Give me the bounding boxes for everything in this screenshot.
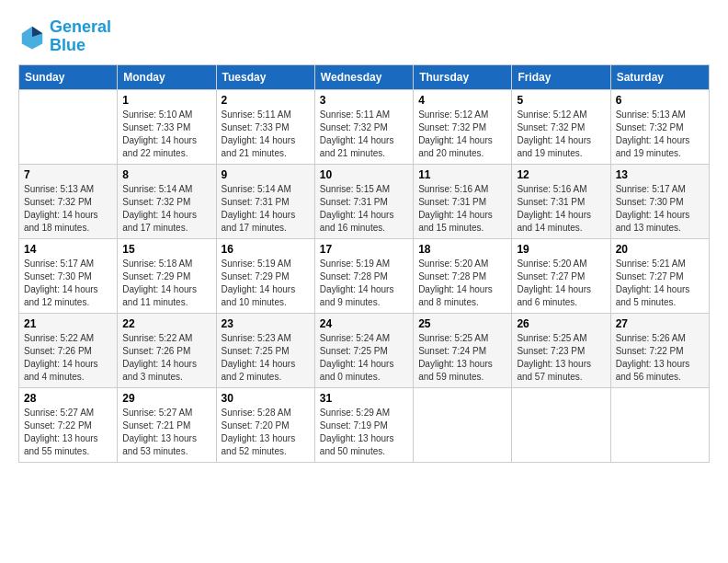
calendar-cell: 20Sunrise: 5:21 AMSunset: 7:27 PMDayligh… bbox=[610, 238, 709, 313]
day-number: 17 bbox=[320, 243, 408, 256]
day-info: Sunrise: 5:27 AMSunset: 7:22 PMDaylight:… bbox=[24, 407, 112, 458]
day-number: 4 bbox=[418, 94, 506, 107]
day-info: Sunrise: 5:13 AMSunset: 7:32 PMDaylight:… bbox=[24, 183, 112, 235]
calendar-cell: 24Sunrise: 5:24 AMSunset: 7:25 PMDayligh… bbox=[314, 313, 413, 387]
day-info: Sunrise: 5:26 AMSunset: 7:22 PMDaylight:… bbox=[616, 332, 704, 384]
calendar-cell: 25Sunrise: 5:25 AMSunset: 7:24 PMDayligh… bbox=[414, 313, 512, 387]
day-info: Sunrise: 5:10 AMSunset: 7:33 PMDaylight:… bbox=[122, 109, 210, 160]
day-info: Sunrise: 5:25 AMSunset: 7:23 PMDaylight:… bbox=[517, 332, 605, 384]
day-info: Sunrise: 5:11 AMSunset: 7:33 PMDaylight:… bbox=[222, 109, 310, 160]
day-number: 31 bbox=[320, 392, 408, 405]
day-info: Sunrise: 5:22 AMSunset: 7:26 PMDaylight:… bbox=[24, 332, 112, 384]
calendar-cell: 10Sunrise: 5:15 AMSunset: 7:31 PMDayligh… bbox=[314, 164, 413, 238]
day-number: 8 bbox=[122, 168, 210, 181]
day-number: 3 bbox=[320, 94, 408, 107]
day-number: 19 bbox=[517, 243, 605, 256]
day-number: 21 bbox=[24, 317, 112, 330]
calendar-cell bbox=[512, 387, 610, 462]
col-header-tuesday: Tuesday bbox=[216, 64, 314, 89]
day-info: Sunrise: 5:27 AMSunset: 7:21 PMDaylight:… bbox=[122, 407, 210, 458]
logo-text: General Blue bbox=[50, 18, 111, 55]
col-header-wednesday: Wednesday bbox=[314, 64, 413, 89]
day-number: 12 bbox=[517, 168, 605, 181]
day-info: Sunrise: 5:11 AMSunset: 7:32 PMDaylight:… bbox=[320, 109, 408, 160]
day-number: 13 bbox=[616, 168, 704, 181]
day-number: 6 bbox=[616, 94, 704, 107]
day-info: Sunrise: 5:13 AMSunset: 7:32 PMDaylight:… bbox=[616, 109, 704, 160]
day-number: 22 bbox=[122, 317, 210, 330]
day-info: Sunrise: 5:20 AMSunset: 7:27 PMDaylight:… bbox=[517, 258, 605, 309]
calendar-cell: 12Sunrise: 5:16 AMSunset: 7:31 PMDayligh… bbox=[512, 164, 610, 238]
calendar-cell: 26Sunrise: 5:25 AMSunset: 7:23 PMDayligh… bbox=[512, 313, 610, 387]
calendar-cell bbox=[414, 387, 512, 462]
col-header-thursday: Thursday bbox=[414, 64, 512, 89]
day-number: 27 bbox=[616, 317, 704, 330]
day-info: Sunrise: 5:15 AMSunset: 7:31 PMDaylight:… bbox=[320, 183, 408, 235]
day-number: 20 bbox=[616, 243, 704, 256]
day-info: Sunrise: 5:22 AMSunset: 7:26 PMDaylight:… bbox=[122, 332, 210, 384]
calendar-cell: 17Sunrise: 5:19 AMSunset: 7:28 PMDayligh… bbox=[314, 238, 413, 313]
day-number: 10 bbox=[320, 168, 408, 181]
day-info: Sunrise: 5:29 AMSunset: 7:19 PMDaylight:… bbox=[320, 407, 408, 458]
day-info: Sunrise: 5:20 AMSunset: 7:28 PMDaylight:… bbox=[418, 258, 506, 309]
day-number: 11 bbox=[418, 168, 506, 181]
calendar-cell: 7Sunrise: 5:13 AMSunset: 7:32 PMDaylight… bbox=[19, 164, 118, 238]
calendar-cell: 2Sunrise: 5:11 AMSunset: 7:33 PMDaylight… bbox=[216, 89, 314, 164]
col-header-saturday: Saturday bbox=[610, 64, 709, 89]
day-number: 29 bbox=[122, 392, 210, 405]
calendar-cell: 8Sunrise: 5:14 AMSunset: 7:32 PMDaylight… bbox=[118, 164, 216, 238]
calendar-cell: 21Sunrise: 5:22 AMSunset: 7:26 PMDayligh… bbox=[19, 313, 118, 387]
calendar-cell: 30Sunrise: 5:28 AMSunset: 7:20 PMDayligh… bbox=[216, 387, 314, 462]
calendar-cell bbox=[19, 89, 118, 164]
calendar-cell: 22Sunrise: 5:22 AMSunset: 7:26 PMDayligh… bbox=[118, 313, 216, 387]
col-header-sunday: Sunday bbox=[19, 64, 118, 89]
day-number: 2 bbox=[222, 94, 310, 107]
day-number: 9 bbox=[222, 168, 310, 181]
calendar-cell: 15Sunrise: 5:18 AMSunset: 7:29 PMDayligh… bbox=[118, 238, 216, 313]
calendar-cell: 5Sunrise: 5:12 AMSunset: 7:32 PMDaylight… bbox=[512, 89, 610, 164]
day-info: Sunrise: 5:19 AMSunset: 7:29 PMDaylight:… bbox=[222, 258, 310, 309]
logo: General Blue bbox=[18, 18, 111, 55]
day-number: 26 bbox=[517, 317, 605, 330]
calendar-cell: 6Sunrise: 5:13 AMSunset: 7:32 PMDaylight… bbox=[610, 89, 709, 164]
day-number: 25 bbox=[418, 317, 506, 330]
calendar-cell: 14Sunrise: 5:17 AMSunset: 7:30 PMDayligh… bbox=[19, 238, 118, 313]
day-info: Sunrise: 5:23 AMSunset: 7:25 PMDaylight:… bbox=[222, 332, 310, 384]
day-info: Sunrise: 5:18 AMSunset: 7:29 PMDaylight:… bbox=[122, 258, 210, 309]
day-number: 18 bbox=[418, 243, 506, 256]
calendar-cell: 31Sunrise: 5:29 AMSunset: 7:19 PMDayligh… bbox=[314, 387, 413, 462]
day-number: 5 bbox=[517, 94, 605, 107]
day-number: 23 bbox=[222, 317, 310, 330]
day-info: Sunrise: 5:24 AMSunset: 7:25 PMDaylight:… bbox=[320, 332, 408, 384]
calendar-cell: 28Sunrise: 5:27 AMSunset: 7:22 PMDayligh… bbox=[19, 387, 118, 462]
day-info: Sunrise: 5:14 AMSunset: 7:31 PMDaylight:… bbox=[222, 183, 310, 235]
calendar-table: SundayMondayTuesdayWednesdayThursdayFrid… bbox=[18, 64, 710, 463]
day-number: 7 bbox=[24, 168, 112, 181]
calendar-cell: 16Sunrise: 5:19 AMSunset: 7:29 PMDayligh… bbox=[216, 238, 314, 313]
day-number: 14 bbox=[24, 243, 112, 256]
logo-icon bbox=[18, 23, 46, 51]
header: General Blue bbox=[18, 18, 710, 55]
day-info: Sunrise: 5:14 AMSunset: 7:32 PMDaylight:… bbox=[122, 183, 210, 235]
day-info: Sunrise: 5:16 AMSunset: 7:31 PMDaylight:… bbox=[517, 183, 605, 235]
col-header-friday: Friday bbox=[512, 64, 610, 89]
day-info: Sunrise: 5:12 AMSunset: 7:32 PMDaylight:… bbox=[418, 109, 506, 160]
day-number: 28 bbox=[24, 392, 112, 405]
day-info: Sunrise: 5:25 AMSunset: 7:24 PMDaylight:… bbox=[418, 332, 506, 384]
day-info: Sunrise: 5:28 AMSunset: 7:20 PMDaylight:… bbox=[222, 407, 310, 458]
day-info: Sunrise: 5:12 AMSunset: 7:32 PMDaylight:… bbox=[517, 109, 605, 160]
day-number: 15 bbox=[122, 243, 210, 256]
calendar-cell: 1Sunrise: 5:10 AMSunset: 7:33 PMDaylight… bbox=[118, 89, 216, 164]
day-info: Sunrise: 5:17 AMSunset: 7:30 PMDaylight:… bbox=[24, 258, 112, 309]
day-number: 1 bbox=[122, 94, 210, 107]
day-info: Sunrise: 5:17 AMSunset: 7:30 PMDaylight:… bbox=[616, 183, 704, 235]
day-info: Sunrise: 5:16 AMSunset: 7:31 PMDaylight:… bbox=[418, 183, 506, 235]
calendar-cell: 19Sunrise: 5:20 AMSunset: 7:27 PMDayligh… bbox=[512, 238, 610, 313]
calendar-cell: 3Sunrise: 5:11 AMSunset: 7:32 PMDaylight… bbox=[314, 89, 413, 164]
calendar-cell: 29Sunrise: 5:27 AMSunset: 7:21 PMDayligh… bbox=[118, 387, 216, 462]
calendar-cell: 18Sunrise: 5:20 AMSunset: 7:28 PMDayligh… bbox=[414, 238, 512, 313]
calendar-cell: 23Sunrise: 5:23 AMSunset: 7:25 PMDayligh… bbox=[216, 313, 314, 387]
col-header-monday: Monday bbox=[118, 64, 216, 89]
calendar-cell: 4Sunrise: 5:12 AMSunset: 7:32 PMDaylight… bbox=[414, 89, 512, 164]
calendar-cell: 9Sunrise: 5:14 AMSunset: 7:31 PMDaylight… bbox=[216, 164, 314, 238]
